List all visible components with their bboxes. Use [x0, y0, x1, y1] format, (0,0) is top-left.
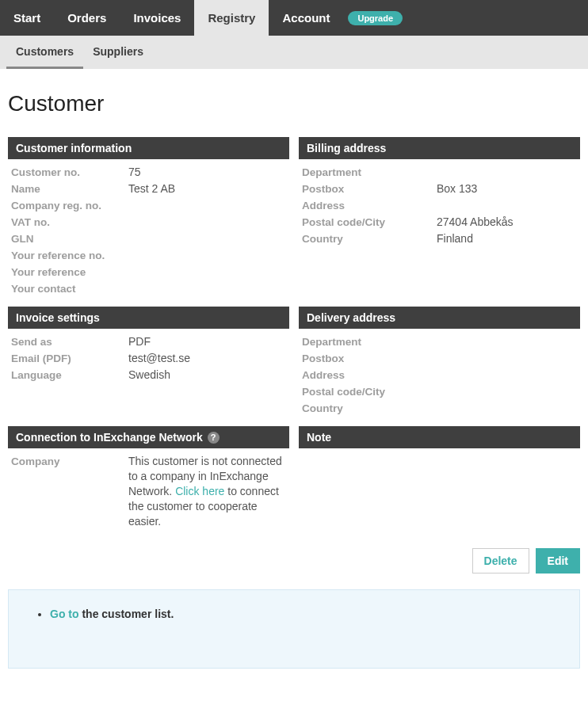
label-your-reference: Your reference [11, 265, 128, 280]
value-bill-postbox: Box 133 [437, 181, 477, 196]
help-icon[interactable]: ? [208, 432, 220, 444]
value-email-pdf: test@test.se [128, 351, 190, 366]
customer-info-header: Customer information [8, 137, 289, 159]
nav-registry[interactable]: Registry [194, 0, 269, 36]
subnav-customers[interactable]: Customers [6, 36, 83, 69]
value-bill-country: Finland [437, 231, 473, 246]
delivery-header: Delivery address [299, 307, 580, 329]
label-your-contact: Your contact [11, 281, 128, 296]
label-del-country: Country [302, 401, 437, 416]
billing-header: Billing address [299, 137, 580, 159]
connection-panel: Connection to InExchange Network ? Compa… [8, 426, 289, 531]
notice-rest: the customer list. [79, 608, 174, 620]
label-del-postbox: Postbox [302, 351, 437, 366]
edit-button[interactable]: Edit [536, 548, 580, 574]
note-panel: Note [299, 426, 580, 455]
customer-info-panel: Customer information Customer no.75 Name… [8, 137, 289, 299]
label-send-as: Send as [11, 334, 128, 349]
invoice-settings-panel: Invoice settings Send asPDF Email (PDF)t… [8, 307, 289, 385]
value-bill-postal-city: 27404 Abbekås [437, 215, 514, 230]
nav-account[interactable]: Account [269, 0, 343, 36]
label-del-postal-city: Postal code/City [302, 384, 437, 399]
label-your-ref-no: Your reference no. [11, 248, 128, 263]
label-bill-country: Country [302, 231, 437, 246]
label-bill-department: Department [302, 165, 437, 180]
sub-nav: Customers Suppliers [0, 36, 588, 69]
nav-orders[interactable]: Orders [54, 0, 120, 36]
label-bill-postbox: Postbox [302, 181, 437, 196]
notice-box: Go to the customer list. [8, 589, 580, 669]
label-language: Language [11, 368, 128, 383]
invoice-settings-header: Invoice settings [8, 307, 289, 329]
label-email-pdf: Email (PDF) [11, 351, 128, 366]
go-to-link[interactable]: Go to [50, 608, 79, 620]
value-company: This customer is not connected to a comp… [128, 454, 289, 528]
note-header: Note [299, 426, 580, 448]
label-customer-no: Customer no. [11, 165, 128, 180]
value-send-as: PDF [128, 334, 151, 349]
actions-row: Delete Edit [8, 539, 580, 586]
connection-header-text: Connection to InExchange Network [16, 431, 203, 444]
delivery-panel: Delivery address Department Postbox Addr… [299, 307, 580, 418]
label-name: Name [11, 181, 128, 196]
value-language: Swedish [128, 368, 170, 383]
delete-button[interactable]: Delete [472, 548, 529, 574]
label-del-address: Address [302, 368, 437, 383]
upgrade-button[interactable]: Upgrade [348, 11, 403, 25]
connection-header: Connection to InExchange Network ? [8, 426, 289, 448]
label-company-reg-no: Company reg. no. [11, 198, 128, 213]
value-name: Test 2 AB [128, 181, 175, 196]
page-content: Customer Customer information Customer n… [0, 69, 588, 676]
page-title: Customer [8, 91, 580, 116]
label-bill-address: Address [302, 198, 437, 213]
nav-invoices[interactable]: Invoices [120, 0, 194, 36]
value-customer-no: 75 [128, 165, 141, 180]
label-company: Company [11, 454, 128, 528]
nav-start[interactable]: Start [0, 0, 54, 36]
billing-panel: Billing address Department PostboxBox 13… [299, 137, 580, 249]
top-nav: Start Orders Invoices Registry Account U… [0, 0, 588, 36]
label-bill-postal-city: Postal code/City [302, 215, 437, 230]
subnav-suppliers[interactable]: Suppliers [83, 36, 153, 69]
connect-link[interactable]: Click here [175, 485, 224, 497]
notice-item: Go to the customer list. [50, 608, 556, 620]
label-vat-no: VAT no. [11, 215, 128, 230]
label-gln: GLN [11, 231, 128, 246]
label-del-department: Department [302, 334, 437, 349]
